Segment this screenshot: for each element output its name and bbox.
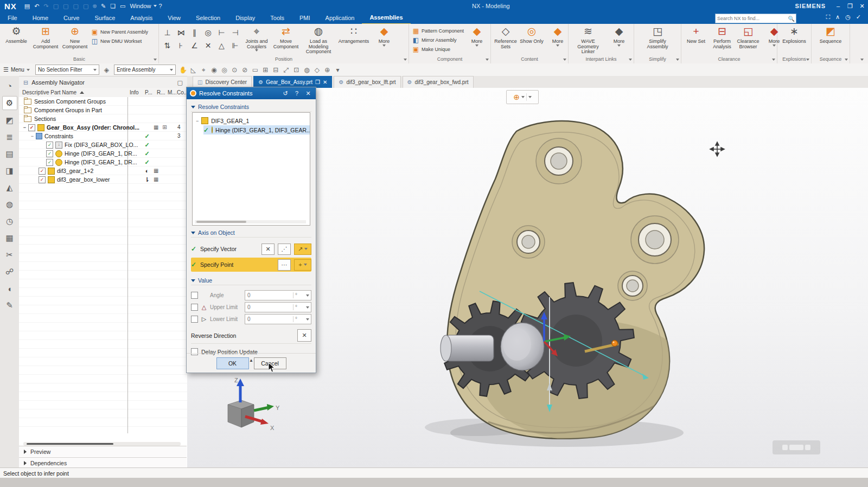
resource-bar-icon[interactable]: ✎ [3, 299, 17, 312]
resource-bar-icon[interactable]: ✂ [3, 248, 17, 261]
quick-access-icon[interactable]: ⌾ [93, 0, 97, 12]
joints-and-couplers-button[interactable]: ⌖Joints and Couplers [242, 25, 271, 55]
snap-icon[interactable]: ⌖ [199, 66, 209, 74]
tab-discovery-center[interactable]: ◫Discovery Center [193, 76, 252, 88]
angle-field[interactable]: 0° [245, 290, 311, 300]
interpart-more-button[interactable]: ◆More [607, 25, 631, 55]
specified-point-marker[interactable] [612, 341, 618, 347]
menu-tab[interactable]: Tools [263, 12, 292, 24]
constraint-type-icon[interactable]: ∠ [188, 39, 201, 52]
new-component-button[interactable]: ⊕New Component [61, 25, 89, 55]
snap-icon[interactable]: ◍ [302, 66, 312, 74]
menu-tab[interactable]: File [0, 12, 25, 24]
resource-bar-icon[interactable]: ⚙ [2, 96, 17, 110]
pattern-component-button[interactable]: ▦Pattern Component [412, 26, 464, 35]
perform-analysis-button[interactable]: ⊟Perform Analysis [710, 25, 735, 55]
angle-checkbox[interactable] [191, 292, 198, 299]
resource-bar-icon[interactable]: ≣ [3, 131, 17, 144]
menu-right-icon[interactable]: ◷ [845, 14, 851, 21]
assemble-button[interactable]: ⚙Assemble [2, 25, 30, 55]
section-axis-on-object[interactable]: Axis on Object [191, 229, 311, 238]
resource-bar-icon[interactable]: ☍ [3, 265, 17, 278]
point-dialog-button[interactable]: ⋯ [278, 259, 291, 271]
window-menu[interactable]: Window [130, 0, 151, 12]
dialog-help-button[interactable]: ? [292, 90, 301, 97]
menu-tab[interactable]: Curve [56, 12, 87, 24]
constraint-type-icon[interactable]: ⋈ [174, 26, 188, 39]
point-options-caret[interactable] [521, 96, 525, 98]
resource-bar-icon[interactable]: ◖ [3, 282, 17, 295]
dependencies-section[interactable]: Dependencies [19, 457, 187, 468]
shaft-left[interactable] [445, 335, 494, 361]
sequence-button[interactable]: ◩Sequence [816, 25, 845, 55]
tree-row-constraints[interactable]: −Constraints [30, 132, 73, 140]
panel-dock-button[interactable]: ▢ [177, 79, 183, 86]
resource-bar-icon[interactable]: ◩ [3, 114, 17, 127]
quick-access-icon[interactable]: ❏ [110, 0, 116, 12]
simplify-assembly-button[interactable]: ◳Simplify Assembly [643, 25, 672, 55]
make-unique-button[interactable]: ▣Make Unique [412, 44, 464, 54]
menu-right-icon[interactable]: ⛶ [826, 14, 830, 21]
help-button[interactable]: ? [159, 0, 162, 12]
menu-tab[interactable]: Selection [188, 12, 228, 24]
content-more-button[interactable]: ◆More [545, 25, 570, 55]
selection-filter-dropdown[interactable]: No Selection Filter [35, 65, 99, 75]
tree-row-dif3-gear-1-2[interactable]: ✓dif3_gear_1+2 [37, 166, 93, 175]
menu-tab[interactable]: Application [318, 12, 362, 24]
upper-limit-field[interactable]: 0° [245, 302, 311, 312]
quick-access-icon[interactable]: ▭ [120, 0, 125, 12]
snap-icon[interactable]: ◺ [188, 66, 199, 74]
menu-tab[interactable]: View [160, 12, 188, 24]
navigator-column-headers[interactable]: Descriptive Part Name Info P... R... M..… [19, 88, 187, 98]
reverse-direction-button[interactable]: ✕ [297, 329, 311, 342]
ribbon-options-caret[interactable] [860, 59, 864, 61]
snap-icon[interactable]: ⤢ [281, 66, 291, 74]
quick-access-icon[interactable]: ▤ [24, 0, 30, 12]
menu-right-icon[interactable]: ∧ [835, 14, 840, 21]
constraint-tree-child-hinge[interactable]: ✓ Hinge (DIF3_GEAR_1, DIF3_GEAR... [203, 125, 310, 134]
new-set-button[interactable]: +New Set [684, 25, 709, 55]
constraint-type-icon[interactable]: ◎ [201, 26, 215, 39]
constraint-type-icon[interactable]: ⊩ [228, 39, 242, 52]
constraint-list[interactable]: − DIF3_GEAR_1 ✓ Hinge (DIF3_GEAR_1, DIF3… [192, 112, 310, 226]
resource-bar-icon[interactable]: ◷ [3, 215, 17, 228]
list-hscrollbar[interactable] [195, 220, 306, 223]
tree-row-gear-box-assy[interactable]: −✓Gear_Box_Assy (Order: Chronol... [22, 123, 139, 132]
wave-geometry-linker-button[interactable]: ≋WAVE Geometry Linker [571, 25, 605, 55]
tab-gear-box-assy[interactable]: ⚙Gear_Box_Assy.prt❐✕ [253, 76, 332, 88]
menu-tab[interactable]: Display [228, 12, 263, 24]
tab-dif3-gear-box-fwd[interactable]: ⚙dif3_gear_box_fwd.prt [403, 76, 474, 88]
component-more-button[interactable]: ◆More [464, 25, 489, 55]
dialog-title-bar[interactable]: Resolve Constraints ↺ ? ✕ [187, 87, 316, 99]
navigator-hscrollbar[interactable] [23, 442, 181, 446]
constraint-type-icon[interactable]: ✕ [201, 39, 215, 52]
checkbox[interactable]: ✓ [39, 168, 46, 175]
new-parent-assembly-button[interactable]: ▣New Parent Assembly [91, 27, 148, 36]
constraint-type-icon[interactable]: ⊦ [174, 39, 188, 52]
tab-dif3-gear-box-lft[interactable]: ⚙dif3_gear_box_lft.prt [334, 76, 400, 88]
constraint-type-icon[interactable]: ⊢ [215, 26, 228, 39]
section-value[interactable]: Value [191, 277, 311, 285]
view-triad[interactable]: Z Y X [228, 377, 280, 431]
snap-icon[interactable]: ✋ [178, 66, 188, 74]
new-dmu-workset-button[interactable]: ◫New DMU Workset [91, 36, 148, 46]
snap-icon[interactable]: ◇ [312, 66, 322, 74]
checkbox[interactable]: ✓ [46, 142, 53, 149]
checkbox[interactable]: ✓ [28, 124, 35, 131]
lower-limit-checkbox[interactable] [191, 316, 198, 323]
tree-row-sections[interactable]: Sections [22, 114, 56, 123]
constraint-type-icon[interactable]: △ [215, 39, 228, 52]
expander[interactable]: − [30, 133, 35, 139]
resource-bar-icon[interactable]: ◨ [3, 164, 17, 177]
menu-tab[interactable]: Analysis [123, 12, 160, 24]
position-more-button[interactable]: ◆More [372, 25, 397, 55]
group-dialog-caret[interactable] [154, 59, 157, 61]
snap-icon[interactable]: ◉ [209, 66, 219, 74]
constraint-type-icon[interactable]: ⊥ [161, 26, 174, 39]
upper-limit-checkbox[interactable] [191, 304, 198, 311]
resource-bar-icon[interactable]: ◭ [3, 181, 17, 194]
lower-limit-field[interactable]: 0° [245, 314, 311, 324]
snap-icon[interactable]: ⊡ [291, 66, 302, 74]
snap-icon[interactable]: ⊙ [229, 66, 240, 74]
menu-tab[interactable]: Assemblies [362, 11, 410, 24]
